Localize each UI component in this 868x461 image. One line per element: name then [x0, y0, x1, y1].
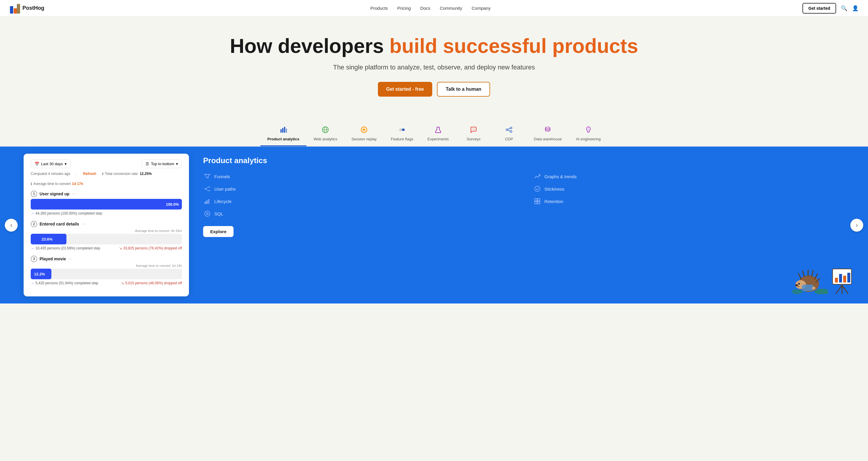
tab-cdp-label: CDP: [505, 137, 513, 141]
product-analytics-icon: [280, 126, 287, 135]
feature-user-paths[interactable]: User paths: [203, 185, 524, 193]
step-3-dropped: ↘ 5,015 persons (48.06%) dropped off: [121, 281, 182, 285]
svg-rect-4: [280, 129, 282, 133]
nav-pricing[interactable]: Pricing: [397, 6, 411, 11]
conversion-rate-stat: ℹ Total conversion rate: 12.25%: [102, 172, 152, 176]
tab-ai-engineering[interactable]: AI engineering: [569, 123, 608, 146]
funnel-bar-1: 100.0%: [31, 199, 182, 209]
svg-rect-34: [535, 199, 537, 201]
user-icon[interactable]: 👤: [852, 5, 859, 11]
svg-point-20: [506, 129, 508, 131]
explore-button[interactable]: Explore: [203, 226, 234, 237]
arrow-icon-3: →: [31, 281, 34, 285]
funnel-bar-2: 23.6%: [31, 234, 182, 244]
feature-sql[interactable]: SQL: [203, 209, 524, 218]
svg-rect-55: [847, 273, 850, 283]
order-button[interactable]: ☰ Top to bottom ▾: [142, 160, 182, 168]
user-paths-icon: [203, 185, 211, 193]
computed-ago: Computed 4 minutes ago: [31, 172, 70, 176]
svg-point-22: [510, 131, 512, 133]
svg-rect-53: [839, 274, 842, 283]
drop-arrow-icon-3: ↘: [121, 281, 124, 285]
tab-session-replay[interactable]: Session replay: [345, 123, 384, 146]
user-paths-label: User paths: [214, 186, 236, 192]
calendar-icon: 📅: [35, 162, 39, 166]
funnels-label: Funnels: [214, 174, 230, 179]
feature-graphs-trends[interactable]: Graphs & trends: [533, 172, 854, 180]
feature-lifecycle[interactable]: Lifecycle: [203, 197, 524, 205]
svg-point-28: [209, 186, 210, 188]
lifecycle-icon: [203, 197, 211, 205]
tab-data-warehouse-label: Data warehouse: [534, 137, 562, 141]
funnel-bar-fill-3: 12.2%: [31, 269, 51, 279]
step-menu-1[interactable]: ···: [72, 191, 75, 197]
feature-funnels[interactable]: Funnels: [203, 172, 524, 180]
tab-cdp[interactable]: CDP: [491, 123, 527, 146]
step-menu-3[interactable]: ···: [68, 256, 72, 262]
date-range-button[interactable]: 📅 Last 30 days ▾: [31, 160, 70, 168]
svg-point-19: [474, 129, 475, 129]
tab-product-analytics-label: Product analytics: [268, 137, 299, 141]
nav-docs[interactable]: Docs: [420, 6, 430, 11]
step-name-3: Played movie: [39, 257, 66, 261]
illustration: [203, 260, 854, 294]
refresh-button[interactable]: Refresh: [83, 172, 96, 176]
svg-point-21: [510, 127, 512, 129]
svg-rect-0: [10, 6, 13, 13]
feature-flags-icon: [399, 126, 406, 135]
chevron-down-icon: ▾: [65, 162, 67, 166]
feature-stickiness[interactable]: Stickiness: [533, 185, 854, 193]
svg-rect-33: [208, 199, 209, 204]
svg-rect-6: [284, 127, 285, 133]
tab-experiments-label: Experiments: [428, 137, 449, 141]
svg-point-42: [798, 283, 799, 284]
feature-retention[interactable]: Retention: [533, 197, 854, 205]
tab-experiments[interactable]: Experiments: [421, 123, 456, 146]
retention-label: Retention: [545, 199, 563, 204]
funnel-bar-label-3: 12.2%: [34, 272, 45, 276]
svg-line-24: [508, 130, 510, 131]
tab-product-analytics[interactable]: Product analytics: [260, 123, 306, 146]
funnel-bar-fill-2: 23.6%: [31, 234, 66, 244]
tab-feature-flags[interactable]: Feature flags: [384, 123, 421, 146]
cdp-icon: [505, 126, 513, 135]
prev-arrow[interactable]: ‹: [5, 219, 18, 232]
order-label: Top to bottom: [151, 162, 174, 166]
next-arrow[interactable]: ›: [850, 219, 863, 232]
nav-community[interactable]: Community: [440, 6, 462, 11]
order-icon: ☰: [146, 162, 149, 166]
funnel-step-2: 2 Entered card details ··· Average time …: [31, 221, 182, 250]
stickiness-label: Stickiness: [545, 186, 564, 192]
tab-surveys[interactable]: Surveys: [456, 123, 491, 146]
funnel-header: 📅 Last 30 days ▾ ☰ Top to bottom ▾: [31, 160, 182, 168]
svg-point-29: [209, 190, 210, 191]
step-2-completed: → 10,435 persons (23.58%) completed step: [31, 246, 100, 250]
step-3-completed: → 5,420 persons (51.94%) completed step: [31, 281, 98, 285]
svg-point-25: [545, 127, 550, 129]
funnel-bar-3: 12.2%: [31, 269, 182, 279]
talk-to-human-button[interactable]: Talk to a human: [437, 82, 490, 97]
date-range-label: Last 30 days: [41, 162, 63, 166]
tab-web-analytics[interactable]: Web analytics: [306, 123, 345, 146]
session-replay-icon: [361, 126, 368, 135]
svg-point-47: [793, 289, 803, 294]
funnel-bar-label-2: 23.6%: [42, 237, 53, 241]
hero-buttons: Get started - free Talk to a human: [9, 82, 859, 97]
hero-title-orange: build successful products: [390, 35, 638, 57]
nav-products[interactable]: Products: [370, 6, 388, 11]
search-icon[interactable]: 🔍: [841, 5, 847, 11]
svg-rect-1: [13, 8, 17, 13]
tab-surveys-label: Surveys: [466, 137, 480, 141]
get-started-free-button[interactable]: Get started - free: [378, 82, 432, 97]
svg-rect-5: [282, 128, 283, 133]
svg-rect-54: [843, 276, 846, 283]
tab-session-replay-label: Session replay: [352, 137, 377, 141]
stickiness-icon: [533, 185, 541, 193]
logo[interactable]: PostHog: [9, 3, 44, 13]
hero-section: How developers build successful products…: [0, 17, 868, 123]
nav-get-started-button[interactable]: Get started: [802, 3, 836, 13]
step-menu-2[interactable]: ···: [82, 221, 85, 227]
info-icon-avgtime: ℹ: [31, 182, 32, 186]
tab-data-warehouse[interactable]: Data warehouse: [527, 123, 569, 146]
nav-company[interactable]: Company: [471, 6, 490, 11]
